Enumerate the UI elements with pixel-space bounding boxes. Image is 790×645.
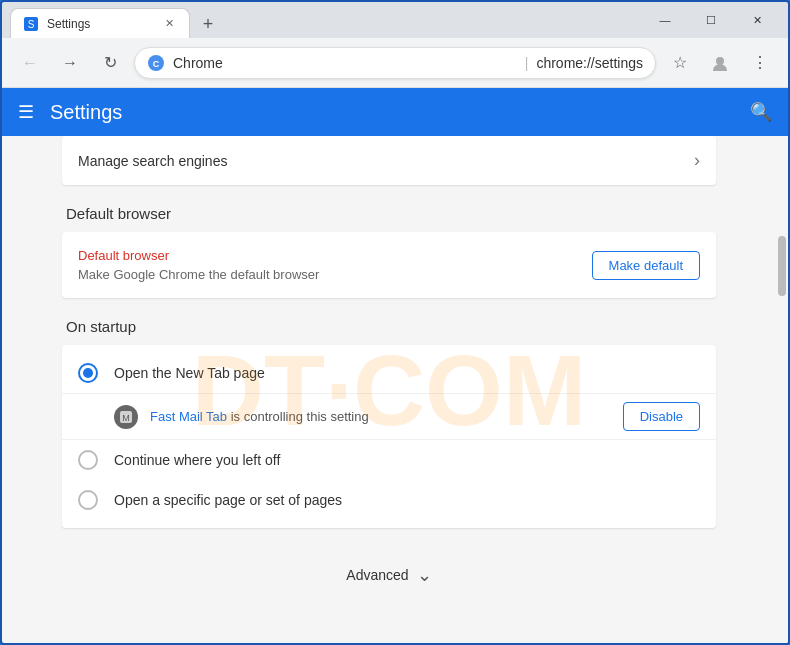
chevron-right-icon: ›	[694, 150, 700, 171]
startup-options: Open the New Tab page M Fast Mail Tab is…	[62, 345, 716, 528]
settings-search-button[interactable]: 🔍	[750, 101, 772, 123]
svg-text:C: C	[153, 59, 160, 69]
maximize-button[interactable]: ☐	[688, 4, 734, 36]
startup-label-continue: Continue where you left off	[114, 452, 280, 468]
radio-specific[interactable]	[78, 490, 98, 510]
content-area: DT·COM Manage search engines › Default b…	[2, 136, 788, 643]
extension-controlling-text: is controlling this setting	[227, 409, 369, 424]
window-controls: — ☐ ✕	[642, 4, 780, 36]
omnibox-site-label: Chrome	[173, 55, 517, 71]
main-content: DT·COM Manage search engines › Default b…	[2, 136, 776, 643]
on-startup-heading: On startup	[62, 318, 716, 335]
omnibox-url: chrome://settings	[536, 55, 643, 71]
startup-label-specific: Open a specific page or set of pages	[114, 492, 342, 508]
chevron-down-icon: ⌄	[417, 564, 432, 586]
manage-search-engines-label: Manage search engines	[78, 153, 694, 169]
make-default-button[interactable]: Make default	[592, 251, 700, 280]
svg-text:M: M	[122, 413, 130, 423]
startup-option-specific[interactable]: Open a specific page or set of pages	[62, 480, 716, 520]
radio-new-tab[interactable]	[78, 363, 98, 383]
omnibox-bar: ← → ↻ C Chrome | chrome://settings ☆ ⋮	[2, 38, 788, 88]
tab-close-button[interactable]: ✕	[161, 16, 177, 32]
on-startup-card: Open the New Tab page M Fast Mail Tab is…	[62, 345, 716, 528]
settings-page-title: Settings	[50, 101, 734, 124]
title-bar: S Settings ✕ + — ☐ ✕	[2, 2, 788, 38]
tab-strip: S Settings ✕ +	[10, 2, 642, 38]
minimize-button[interactable]: —	[642, 4, 688, 36]
scrollbar[interactable]	[776, 136, 788, 643]
radio-continue[interactable]	[78, 450, 98, 470]
tab-title: Settings	[47, 17, 153, 31]
profile-button[interactable]	[704, 47, 736, 79]
extension-text: Fast Mail Tab is controlling this settin…	[150, 409, 611, 424]
bookmark-button[interactable]: ☆	[664, 47, 696, 79]
new-tab-button[interactable]: +	[194, 10, 222, 38]
toolbar-right: ☆ ⋮	[664, 47, 776, 79]
manage-search-engines-card: Manage search engines ›	[62, 136, 716, 185]
startup-option-continue[interactable]: Continue where you left off	[62, 440, 716, 480]
default-browser-row: Default browser Make Google Chrome the d…	[62, 232, 716, 298]
hamburger-menu[interactable]: ☰	[18, 101, 34, 123]
back-button[interactable]: ←	[14, 47, 46, 79]
scrollbar-thumb[interactable]	[778, 236, 786, 296]
address-bar[interactable]: C Chrome | chrome://settings	[134, 47, 656, 79]
default-browser-status: Default browser	[78, 248, 592, 263]
reload-button[interactable]: ↻	[94, 47, 126, 79]
default-browser-subtitle: Make Google Chrome the default browser	[78, 267, 592, 282]
site-icon: C	[147, 54, 165, 72]
settings-content: Manage search engines › Default browser …	[2, 136, 776, 636]
advanced-label: Advanced	[346, 567, 408, 583]
tab-favicon: S	[23, 16, 39, 32]
forward-button[interactable]: →	[54, 47, 86, 79]
close-button[interactable]: ✕	[734, 4, 780, 36]
startup-label-new-tab: Open the New Tab page	[114, 365, 265, 381]
svg-text:S: S	[28, 19, 35, 30]
default-browser-text: Default browser Make Google Chrome the d…	[78, 248, 592, 282]
settings-header: ☰ Settings 🔍	[2, 88, 788, 136]
extension-notice-row: M Fast Mail Tab is controlling this sett…	[62, 393, 716, 440]
default-browser-heading: Default browser	[62, 205, 716, 222]
extension-icon: M	[114, 405, 138, 429]
default-browser-card: Default browser Make Google Chrome the d…	[62, 232, 716, 298]
menu-button[interactable]: ⋮	[744, 47, 776, 79]
disable-extension-button[interactable]: Disable	[623, 402, 700, 431]
svg-point-4	[716, 57, 724, 65]
omnibox-separator: |	[525, 55, 529, 71]
manage-search-engines-row[interactable]: Manage search engines ›	[62, 136, 716, 185]
browser-window: S Settings ✕ + — ☐ ✕ ← → ↻ C Chr	[0, 0, 790, 645]
active-tab[interactable]: S Settings ✕	[10, 8, 190, 38]
extension-name-link[interactable]: Fast Mail Tab	[150, 409, 227, 424]
startup-option-new-tab[interactable]: Open the New Tab page	[62, 353, 716, 393]
advanced-section[interactable]: Advanced ⌄	[62, 544, 716, 606]
